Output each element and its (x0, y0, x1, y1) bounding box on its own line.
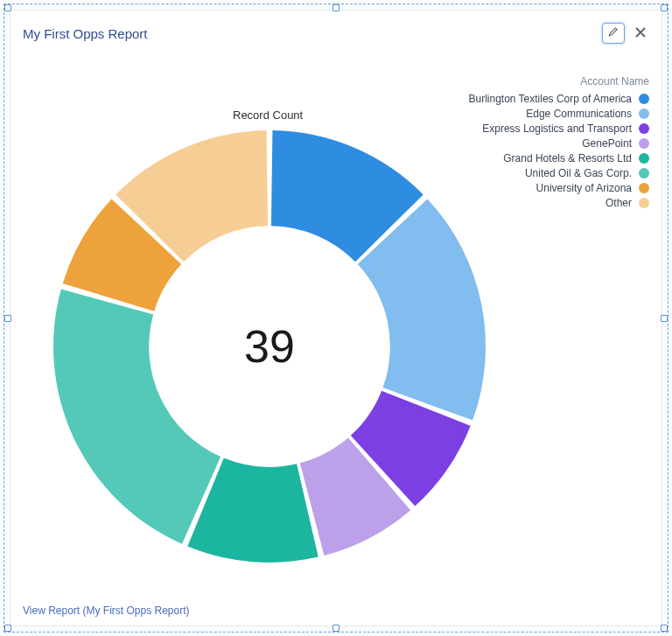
legend-item-label: United Oil & Gas Corp. (525, 167, 632, 179)
legend-item-label: University of Arizona (536, 182, 632, 194)
legend-swatch (639, 153, 649, 164)
pencil-icon (607, 25, 620, 41)
legend-title: Account Name (468, 75, 649, 87)
close-button[interactable] (632, 24, 649, 42)
legend-item-label: GenePoint (582, 137, 632, 150)
legend-item[interactable]: Burlington Textiles Corp of America (468, 93, 649, 105)
legend-swatch (639, 94, 649, 104)
legend-item[interactable]: Edge Communications (468, 108, 649, 120)
report-card: My First Opps Report Record Count Accoun… (10, 10, 662, 626)
legend-swatch (639, 138, 649, 149)
card-title: My First Opps Report (23, 26, 148, 41)
legend-item-label: Other (606, 197, 632, 209)
legend-swatch (639, 168, 649, 178)
legend-item-label: Express Logistics and Transport (482, 122, 632, 135)
legend-item-label: Grand Hotels & Resorts Ltd (503, 152, 632, 164)
donut-chart: 39 (42, 119, 497, 574)
donut-center-value: 39 (244, 320, 295, 373)
close-icon (635, 25, 646, 41)
chart-area: Record Count Account Name Burlington Tex… (23, 49, 649, 599)
legend-swatch (639, 108, 649, 119)
card-header: My First Opps Report (23, 23, 649, 44)
legend-swatch (639, 183, 649, 193)
view-report-link[interactable]: View Report (My First Opps Report) (23, 599, 649, 617)
donut-segment[interactable] (53, 290, 220, 544)
legend-item-label: Burlington Textiles Corp of America (468, 93, 632, 105)
resize-handle-bottom-right[interactable] (661, 625, 668, 632)
legend-swatch (639, 123, 649, 134)
edit-button[interactable] (602, 23, 625, 44)
legend-swatch (639, 198, 649, 208)
card-actions (602, 23, 649, 44)
legend-item-label: Edge Communications (526, 108, 632, 120)
